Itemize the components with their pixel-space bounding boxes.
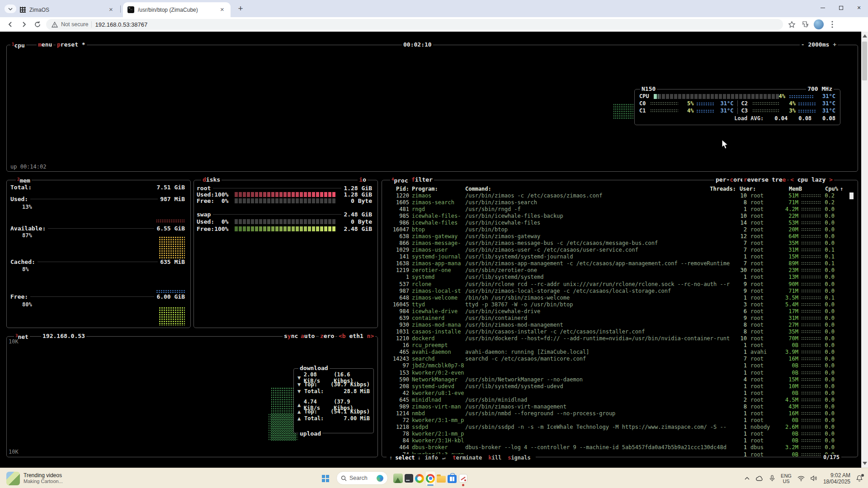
process-row[interactable]: 464dbus-brokerdbus-broker --log 4 --cont… [382, 444, 858, 451]
refresh-rate-control[interactable]: - 2000ms + [800, 41, 838, 48]
process-row[interactable]: 1218ssdpd/usr/sbin/ssdpd -n -s -m IceWha… [382, 424, 858, 431]
process-row[interactable]: 97jbd2/mmcblk0p7-81root0B0.0 [382, 362, 858, 369]
kill-action[interactable]: kill [485, 455, 505, 461]
process-scrollbar-thumb[interactable] [849, 192, 854, 199]
volume-button[interactable] [811, 475, 817, 481]
maximize-button[interactable] [832, 0, 850, 15]
process-row[interactable]: 1220zimaos/usr/bin/zimaos -c /etc/casaos… [382, 192, 858, 199]
hidden-icons-button[interactable] [745, 477, 750, 480]
process-row[interactable]: 481rngd/usr/sbin/rngd -f1root4.2M0.0 [382, 206, 858, 212]
process-row[interactable]: 208systemd-udevd/usr/lib/systemd/systemd… [382, 383, 858, 389]
taskbar-file-explorer[interactable] [436, 471, 447, 486]
memory-box-title[interactable]: 2mem [16, 176, 32, 184]
tree-toggle[interactable]: tree [770, 176, 787, 183]
back-button[interactable] [5, 19, 15, 29]
process-row[interactable]: 1systemd/usr/lib/systemd/systemd1root13M… [382, 274, 858, 281]
taskbar-widgets-app[interactable] [392, 471, 403, 486]
notification-button[interactable] [856, 475, 863, 482]
process-row[interactable]: 645minidlnad/usr/sbin/minidlnad2root4.5M… [382, 396, 858, 403]
scroll-down-icon[interactable] [863, 462, 867, 465]
tab-search-button[interactable] [5, 5, 16, 13]
bookmark-button[interactable] [787, 19, 797, 29]
process-row[interactable]: 14243searchdsearchd -c /etc/casaos/manti… [382, 356, 858, 362]
column-command[interactable]: Command: [465, 186, 491, 192]
column-threads[interactable]: Threads: [703, 186, 736, 192]
scroll-up-icon[interactable] [863, 34, 867, 38]
process-row[interactable]: 1210dockerd/usr/bin/dockerd --host=fd://… [382, 335, 858, 342]
terminate-action[interactable]: terminate [449, 455, 485, 461]
column-cpu[interactable]: Cpu% [825, 186, 838, 192]
process-row[interactable]: 989zimaos-virt-man/usr/bin/zimaos-virt-m… [382, 403, 858, 410]
taskbar-task-view[interactable] [403, 471, 414, 486]
reverse-toggle[interactable]: reverse [742, 176, 770, 183]
menu-button[interactable]: menu [37, 41, 53, 48]
process-row[interactable]: 1029zimaos-user/usr/bin/zimaos-user -c /… [382, 247, 858, 253]
process-row[interactable]: 42kworker/u8:1-eve1root0B0.0 [382, 389, 858, 396]
rate-increase[interactable]: + [833, 41, 836, 48]
forward-button[interactable] [19, 19, 29, 29]
address-bar[interactable]: Not secure 192.168.0.53:38767 [46, 19, 783, 30]
profile-avatar[interactable] [814, 19, 824, 29]
process-row[interactable]: 16047btop/usr/bin/btop2root20M0.0 [382, 226, 858, 233]
signals-action[interactable]: signals [505, 455, 534, 461]
per-core-toggle[interactable]: per-core [714, 176, 745, 183]
process-row[interactable]: 986icewhale-files/usr/bin/icewhale-files… [382, 219, 858, 226]
tab-close-icon[interactable]: × [218, 6, 226, 14]
info-action[interactable]: info ↵ [422, 455, 449, 461]
process-row[interactable]: 590NetworkManager/usr/sbin/NetworkManage… [382, 376, 858, 383]
process-row[interactable]: 866zimaos-message-/usr/bin/zimaos-messag… [382, 240, 858, 247]
filter-button[interactable]: filter [410, 176, 434, 183]
process-row[interactable]: 153kworker/0:2-even1root0B0.0 [382, 369, 858, 376]
column-pid[interactable]: Pid: [386, 186, 409, 192]
process-row[interactable]: 639containerd/usr/bin/containerd9root31M… [382, 314, 858, 321]
language-indicator[interactable]: ENG US [781, 473, 792, 484]
process-row[interactable]: 141systemd-journal/usr/lib/systemd/syste… [382, 253, 858, 260]
net-auto-button[interactable]: auto [299, 333, 316, 339]
process-row[interactable]: 465avahi-daemonavahi-daemon: running [Zi… [382, 349, 858, 356]
process-row[interactable]: 987zimaos-local-st/usr/bin/zimaos-local-… [382, 287, 858, 294]
reload-button[interactable] [33, 19, 42, 29]
process-row[interactable]: 1031casaos-installe/usr/bin/casaos-insta… [382, 328, 858, 335]
process-row[interactable]: 84kworker/3:1H-kbl1root0B0.0 [382, 437, 858, 444]
widgets-button[interactable]: Trending videos Making Cartoon... [3, 470, 66, 486]
taskbar-search[interactable]: Search [336, 471, 388, 485]
taskbar-snipping-tool[interactable] [458, 471, 468, 486]
process-row[interactable]: 638zimaos-gateway/usr/bin/zimaos-gateway… [382, 233, 858, 239]
tab-zimaos[interactable]: ZimaOS × [15, 2, 119, 17]
process-row[interactable]: 16045ttydttyd -p 38767 -W -o /usr/bin/bt… [382, 301, 858, 308]
browser-menu-button[interactable] [827, 19, 837, 29]
clock-button[interactable]: 9:02 AM 18/04/2025 [823, 472, 850, 485]
process-row[interactable]: 984icewhale-drive/usr/bin/icewhale-drive… [382, 308, 858, 314]
taskbar-chrome[interactable] [425, 471, 436, 486]
column-user[interactable]: User: [740, 186, 756, 192]
net-zero-button[interactable]: zero [319, 333, 335, 339]
select-action[interactable]: select [393, 455, 416, 461]
microphone-tray-button[interactable] [769, 475, 775, 482]
extensions-button[interactable] [800, 19, 810, 29]
scrollbar-thumb[interactable] [862, 42, 867, 80]
sort-prev[interactable]: < [790, 176, 794, 183]
proc-box-title[interactable]: 4proc [390, 176, 410, 184]
net-sync-button[interactable]: sync [283, 333, 299, 339]
minimize-button[interactable] [814, 0, 832, 15]
io-mode-button[interactable]: io [358, 176, 368, 183]
process-row[interactable]: 1219zerotier-one/usr/sbin/zerotier-one30… [382, 267, 858, 274]
onedrive-button[interactable] [755, 476, 764, 481]
cpu-box-title[interactable]: 1cpu [10, 41, 26, 49]
process-row[interactable]: 930zimaos-mod-mana/usr/bin/zimaos-mod-ma… [382, 321, 858, 328]
process-row[interactable]: 1638zimaos-app-mana/usr/bin/zimaos-app-m… [382, 260, 858, 267]
wifi-button[interactable] [797, 476, 805, 481]
disks-box-title[interactable]: disks [201, 176, 222, 183]
process-row[interactable]: 16rcu_preempt1root0B0.0 [382, 342, 858, 349]
tab-btop[interactable]: >_ /usr/bin/btop (ZimaCube) × [123, 2, 231, 17]
net-interface-switcher[interactable]: <b eth1 n> [337, 333, 375, 339]
sort-next[interactable]: > [829, 176, 833, 183]
tab-close-icon[interactable]: × [107, 6, 115, 14]
page-scrollbar[interactable] [861, 32, 868, 468]
process-row[interactable]: 72kworker/3:1-mm_p1root0B0.0 [382, 417, 858, 424]
column-program[interactable]: Program: [412, 186, 438, 192]
process-row[interactable]: 648zimaos-welcome/bin/sh /usr/sbin/zimao… [382, 294, 858, 301]
process-row[interactable]: 78kworker/2:1-mm_p1root0B0.0 [382, 431, 858, 437]
start-button[interactable] [319, 472, 332, 485]
process-row[interactable]: 1605zimaos-search/usr/bin/zimaos-search8… [382, 199, 858, 206]
